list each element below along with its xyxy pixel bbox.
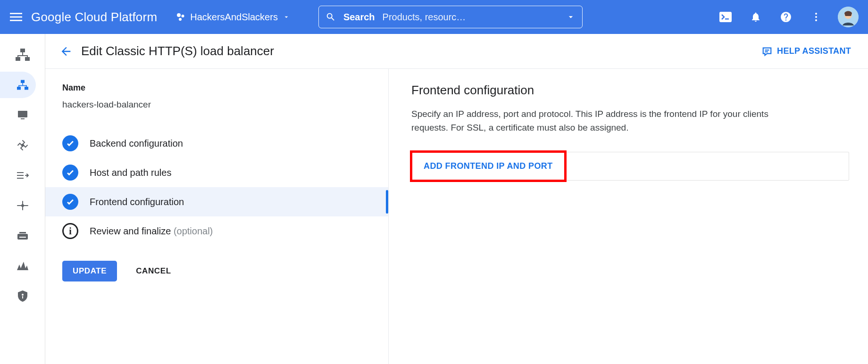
svg-rect-28 xyxy=(21,118,25,119)
nav-item-5[interactable] xyxy=(0,192,36,219)
project-name: HackersAndSlackers xyxy=(190,12,278,23)
avatar[interactable] xyxy=(838,7,859,27)
more-vert-icon[interactable] xyxy=(808,8,825,25)
left-nav xyxy=(0,34,45,364)
help-icon[interactable] xyxy=(777,8,794,25)
search-placeholder: Products, resourc… xyxy=(383,12,559,23)
svg-point-29 xyxy=(22,144,24,146)
chevron-down-icon[interactable] xyxy=(566,12,576,22)
step-label: Review and finalize xyxy=(90,226,171,236)
panel-title: Frontend configuration xyxy=(411,83,849,98)
svg-rect-19 xyxy=(27,55,28,57)
logo-text-2: Cloud Platform xyxy=(75,10,157,25)
nav-item-4[interactable] xyxy=(0,162,36,189)
name-value: hackers-load-balancer xyxy=(62,99,371,110)
svg-rect-33 xyxy=(19,237,26,238)
svg-point-4 xyxy=(182,15,184,17)
step-label: Backend configuration xyxy=(90,138,183,149)
svg-rect-25 xyxy=(18,85,19,87)
step-backend-configuration[interactable]: Backend configuration xyxy=(45,129,388,158)
page-header: Edit Classic HTTP(S) load balancer HELP … xyxy=(45,34,868,69)
svg-rect-26 xyxy=(26,85,27,87)
project-picker[interactable]: HackersAndSlackers xyxy=(176,12,290,23)
panel-description: Specify an IP address, port and protocol… xyxy=(411,107,789,135)
svg-rect-35 xyxy=(22,296,23,298)
logo-text-1: Google xyxy=(31,10,71,25)
svg-point-34 xyxy=(22,294,24,296)
svg-rect-21 xyxy=(17,87,21,90)
svg-point-10 xyxy=(815,19,817,21)
cancel-button[interactable]: CANCEL xyxy=(136,266,171,276)
svg-point-3 xyxy=(177,13,181,17)
search-label: Search xyxy=(343,12,375,23)
svg-rect-20 xyxy=(21,80,25,83)
svg-rect-0 xyxy=(10,13,22,14)
bell-icon[interactable] xyxy=(747,8,764,25)
nav-item-network-services[interactable] xyxy=(0,41,36,68)
svg-rect-16 xyxy=(22,52,23,55)
check-icon xyxy=(62,135,78,151)
check-icon xyxy=(62,194,78,210)
arrow-back-icon[interactable] xyxy=(55,40,77,63)
frontend-config-panel: Frontend configuration Specify an IP add… xyxy=(389,69,868,364)
add-frontend-ip-port-button[interactable]: ADD FRONTEND IP AND PORT xyxy=(410,150,567,182)
nav-item-2[interactable] xyxy=(0,102,36,128)
svg-rect-18 xyxy=(17,55,18,57)
step-optional: (optional) xyxy=(174,226,213,236)
config-steps-panel: Name hackers-load-balancer Backend confi… xyxy=(45,69,389,364)
step-frontend-configuration[interactable]: Frontend configuration xyxy=(45,187,388,216)
help-assistant-button[interactable]: HELP ASSISTANT xyxy=(762,46,851,57)
svg-rect-22 xyxy=(25,87,28,90)
step-label: Host and path rules xyxy=(90,167,171,178)
search-icon xyxy=(326,12,336,22)
nav-item-8[interactable] xyxy=(0,283,36,309)
project-picker-icon xyxy=(176,12,185,22)
svg-rect-17 xyxy=(17,55,28,56)
step-review-finalize[interactable]: i Review and finalize (optional) xyxy=(45,216,388,246)
svg-point-8 xyxy=(815,13,817,15)
name-label: Name xyxy=(62,83,371,93)
svg-rect-13 xyxy=(20,49,25,52)
svg-rect-2 xyxy=(10,20,22,21)
svg-rect-1 xyxy=(10,17,22,18)
svg-rect-24 xyxy=(18,85,27,86)
svg-rect-32 xyxy=(19,232,26,233)
svg-point-9 xyxy=(815,16,817,18)
page-title: Edit Classic HTTP(S) load balancer xyxy=(81,44,274,58)
svg-rect-7 xyxy=(725,18,729,20)
hamburger-icon[interactable] xyxy=(5,6,27,28)
info-icon: i xyxy=(62,223,78,239)
chevron-down-icon xyxy=(283,13,290,21)
svg-rect-6 xyxy=(719,12,732,22)
nav-item-7[interactable] xyxy=(0,253,36,279)
help-assistant-label: HELP ASSISTANT xyxy=(777,46,851,56)
nav-item-6[interactable] xyxy=(0,223,36,249)
product-logo[interactable]: Google Cloud Platform xyxy=(31,10,157,25)
svg-point-5 xyxy=(179,18,182,21)
top-bar: Google Cloud Platform HackersAndSlackers… xyxy=(0,0,868,34)
add-frontend-row: ADD FRONTEND IP AND PORT xyxy=(411,152,849,181)
chat-icon xyxy=(762,46,772,57)
top-right-actions xyxy=(717,7,859,27)
svg-rect-14 xyxy=(16,57,20,61)
nav-item-3[interactable] xyxy=(0,132,36,158)
main: Edit Classic HTTP(S) load balancer HELP … xyxy=(45,34,868,364)
check-icon xyxy=(62,165,78,181)
nav-item-load-balancing[interactable] xyxy=(0,72,36,98)
svg-rect-15 xyxy=(25,57,30,61)
step-label: Frontend configuration xyxy=(90,197,184,207)
cloud-shell-icon[interactable] xyxy=(717,8,734,25)
search-box[interactable]: Search Products, resourc… xyxy=(318,6,583,28)
svg-point-30 xyxy=(22,205,24,207)
svg-rect-27 xyxy=(18,111,27,117)
svg-rect-23 xyxy=(22,83,23,85)
update-button[interactable]: UPDATE xyxy=(62,261,117,281)
step-host-path-rules[interactable]: Host and path rules xyxy=(45,158,388,187)
